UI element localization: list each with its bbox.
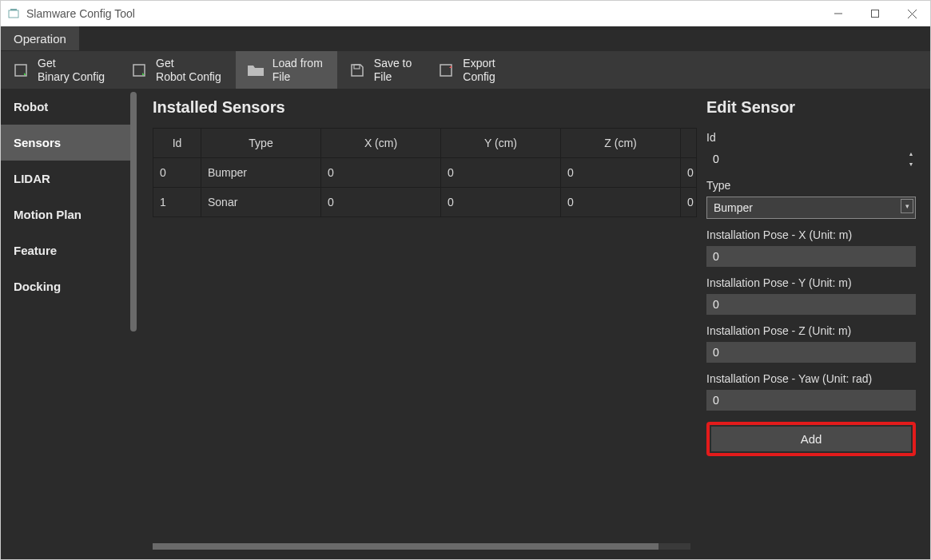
pose-x-label: Installation Pose - X (Unit: m) [706,228,916,241]
app-icon [7,7,20,20]
id-spinner[interactable]: ▲▼ [906,149,916,169]
sidebar-item-robot[interactable]: Robot [1,89,137,125]
toolbar-label: Save to [374,57,412,70]
cell-y: 0 [441,158,561,188]
pose-z-input[interactable] [706,342,916,363]
add-button-highlight: Add [706,422,916,456]
toolbar-label: Config [463,70,495,84]
toolbar-label: File [273,70,323,84]
maximize-button[interactable] [857,1,893,26]
load-from-file-button[interactable]: Load from File [236,51,337,89]
download-icon [130,62,148,79]
toolbar-label: Load from [273,57,323,70]
toolbar-label: Binary Config [38,70,105,84]
folder-icon [247,62,265,79]
sidebar-item-motion-plan[interactable]: Motion Plan [1,197,137,232]
add-button[interactable]: Add [711,427,911,451]
pose-x-input[interactable] [706,246,916,267]
pose-yaw-input[interactable] [706,390,916,411]
col-type[interactable]: Type [201,129,321,158]
cell-extra: 0 [681,188,697,217]
sidebar-item-sensors[interactable]: Sensors [1,125,137,161]
toolbar-label: Export [463,57,495,70]
upload-icon [437,62,455,79]
sensors-table: Id Type X (cm) Y (cm) Z (cm) 0 Bumper 0 … [153,128,697,217]
sidebar-item-feature[interactable]: Feature [1,232,137,268]
cell-y: 0 [441,188,561,217]
toolbar-label: Get [38,57,105,70]
col-extra[interactable] [681,129,697,158]
save-icon [348,62,366,79]
toolbar-label: File [374,70,412,84]
toolbar-label: Get [156,57,221,70]
type-label: Type [706,179,916,192]
sidebar-item-docking[interactable]: Docking [1,268,137,304]
cell-type: Bumper [201,158,321,188]
export-config-button[interactable]: Export Config [426,51,509,89]
menu-bar: Operation [1,26,930,50]
svg-rect-9 [440,65,452,76]
table-row[interactable]: 0 Bumper 0 0 0 0 [153,158,697,188]
col-y[interactable]: Y (cm) [441,129,561,158]
col-x[interactable]: X (cm) [321,129,441,158]
titlebar: Slamware Config Tool [1,1,930,26]
sidebar-scrollbar[interactable] [130,92,137,332]
cell-id: 0 [153,158,201,188]
cell-z: 0 [561,188,681,217]
save-to-file-button[interactable]: Save to File [337,51,426,89]
close-button[interactable] [893,1,930,26]
svg-rect-3 [872,10,879,18]
table-header-row: Id Type X (cm) Y (cm) Z (cm) [153,129,697,158]
app-window: Slamware Config Tool Operation Get Binar… [0,0,931,560]
svg-rect-0 [9,10,18,18]
pose-z-label: Installation Pose - Z (Unit: m) [706,324,916,337]
col-id[interactable]: Id [153,129,201,158]
pose-y-label: Installation Pose - Y (Unit: m) [706,276,916,289]
toolbar-label: Robot Config [156,70,221,84]
menu-operation[interactable]: Operation [1,26,79,50]
cell-z: 0 [561,158,681,188]
cell-extra: 0 [681,158,697,188]
main-area: Robot Sensors LIDAR Motion Plan Feature … [1,89,930,559]
cell-x: 0 [321,158,441,188]
window-title: Slamware Config Tool [26,7,135,20]
installed-sensors-panel: Installed Sensors Id Type X (cm) Y (cm) … [137,89,698,559]
id-label: Id [706,131,916,144]
get-binary-config-button[interactable]: Get Binary Config [1,51,119,89]
type-select[interactable]: Bumper [706,197,916,219]
sidebar-item-lidar[interactable]: LIDAR [1,161,137,197]
cell-x: 0 [321,188,441,217]
svg-rect-1 [10,9,17,10]
col-z[interactable]: Z (cm) [561,129,681,158]
toolbar: Get Binary Config Get Robot Config Load … [1,50,930,89]
table-row[interactable]: 1 Sonar 0 0 0 0 [153,188,697,217]
cell-type: Sonar [201,188,321,217]
installed-sensors-title: Installed Sensors [153,98,690,117]
pose-yaw-label: Installation Pose - Yaw (Unit: rad) [706,372,916,385]
edit-sensor-title: Edit Sensor [706,98,916,117]
id-input[interactable] [706,149,916,169]
minimize-button[interactable] [820,1,857,26]
get-robot-config-button[interactable]: Get Robot Config [119,51,236,89]
download-icon [12,62,30,79]
horizontal-scrollbar[interactable] [153,543,690,550]
cell-id: 1 [153,188,201,217]
sidebar: Robot Sensors LIDAR Motion Plan Feature … [1,89,137,559]
pose-y-input[interactable] [706,294,916,315]
edit-sensor-panel: Edit Sensor Id ▲▼ Type Bumper ▾ Installa… [698,89,930,559]
